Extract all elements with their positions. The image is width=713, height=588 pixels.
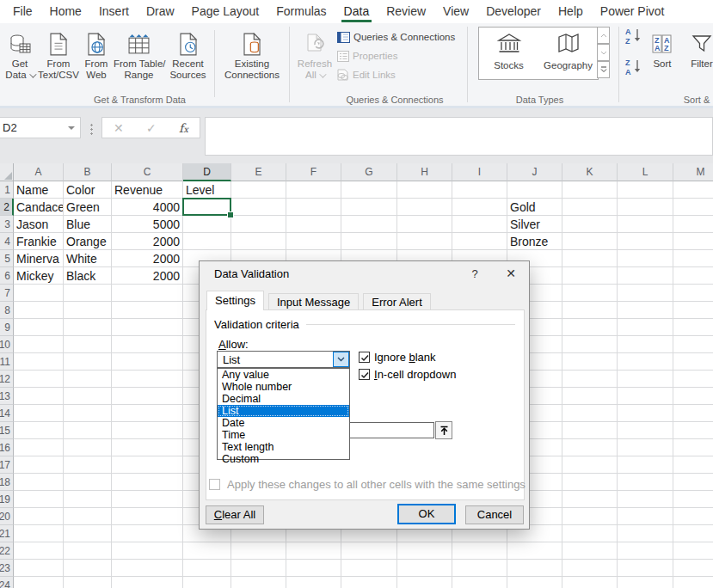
cell-M13[interactable]	[673, 388, 713, 405]
cell-M15[interactable]	[673, 422, 713, 439]
cell-C8[interactable]	[112, 302, 183, 319]
refresh-all-button[interactable]: Refresh All	[294, 26, 335, 91]
row-header-8[interactable]: 8	[0, 302, 14, 319]
row-header-21[interactable]: 21	[0, 525, 14, 542]
allow-combobox[interactable]: List	[217, 351, 350, 368]
cell-H2[interactable]	[397, 199, 452, 216]
cell-G23[interactable]	[341, 560, 397, 577]
cell-M18[interactable]	[673, 474, 713, 491]
cell-K24[interactable]	[562, 577, 618, 588]
dropdown-item-any-value[interactable]: Any value	[218, 369, 349, 381]
cell-L6[interactable]	[618, 267, 673, 285]
cell-K14[interactable]	[562, 405, 618, 422]
cell-D24[interactable]	[183, 577, 231, 588]
cell-B17[interactable]	[64, 456, 112, 474]
cell-K22[interactable]	[562, 542, 618, 560]
tab-home[interactable]: Home	[41, 0, 90, 23]
cell-I24[interactable]	[452, 577, 507, 588]
formula-input[interactable]	[205, 117, 713, 156]
select-all-button[interactable]	[0, 163, 14, 181]
cancel-entry-icon[interactable]: ✕	[114, 121, 124, 135]
cell-C3[interactable]: 5000	[112, 216, 183, 233]
cell-B11[interactable]	[64, 353, 112, 371]
row-header-18[interactable]: 18	[0, 474, 14, 491]
cell-L4[interactable]	[618, 233, 673, 250]
row-header-23[interactable]: 23	[0, 560, 14, 577]
cell-H22[interactable]	[397, 542, 452, 560]
cell-L21[interactable]	[618, 525, 673, 542]
cell-C18[interactable]	[112, 474, 183, 491]
cell-K4[interactable]	[562, 233, 618, 250]
cell-E24[interactable]	[231, 577, 286, 588]
cell-A4[interactable]: Frankie	[14, 233, 64, 250]
tab-review[interactable]: Review	[378, 0, 434, 23]
row-header-1[interactable]: 1	[0, 181, 14, 199]
cell-A19[interactable]	[14, 491, 64, 508]
gallery-down-button[interactable]	[597, 44, 610, 61]
cell-B14[interactable]	[64, 405, 112, 422]
cell-B15[interactable]	[64, 422, 112, 439]
cell-L13[interactable]	[618, 388, 673, 405]
cell-E3[interactable]	[231, 216, 286, 233]
cell-C1[interactable]: Revenue	[112, 181, 183, 199]
cell-K15[interactable]	[562, 422, 618, 439]
tab-developer[interactable]: Developer	[477, 0, 550, 23]
cell-C9[interactable]	[112, 319, 183, 336]
cell-L20[interactable]	[618, 508, 673, 525]
cell-E22[interactable]	[231, 542, 286, 560]
column-header-E[interactable]: E	[231, 163, 286, 181]
cell-M17[interactable]	[673, 456, 713, 474]
incell-dropdown-checkbox[interactable]	[359, 369, 370, 380]
cell-M1[interactable]	[673, 181, 713, 199]
cell-K19[interactable]	[562, 491, 618, 508]
cell-A11[interactable]	[14, 353, 64, 371]
cell-I2[interactable]	[452, 199, 507, 216]
row-header-6[interactable]: 6	[0, 267, 14, 285]
filter-button[interactable]: Filter	[681, 26, 713, 91]
cell-E1[interactable]	[231, 181, 286, 199]
cell-A17[interactable]	[14, 456, 64, 474]
from-table-range-button[interactable]: From Table/ Range	[114, 26, 164, 91]
cell-M5[interactable]	[673, 250, 713, 267]
column-header-K[interactable]: K	[562, 163, 618, 181]
cell-G3[interactable]	[341, 216, 397, 233]
cell-B8[interactable]	[64, 302, 112, 319]
cell-M4[interactable]	[673, 233, 713, 250]
cell-H24[interactable]	[397, 577, 452, 588]
dialog-tab-input-message[interactable]: Input Message	[268, 293, 359, 310]
cell-E4[interactable]	[231, 233, 286, 250]
sort-ascending-button[interactable]: AZ	[624, 28, 646, 44]
cell-D3[interactable]	[183, 216, 231, 233]
cell-A21[interactable]	[14, 525, 64, 542]
name-box[interactable]: D2	[0, 117, 81, 138]
cell-K1[interactable]	[562, 181, 618, 199]
tab-power-pivot[interactable]: Power Pivot	[592, 0, 673, 23]
cell-B20[interactable]	[64, 508, 112, 525]
cell-B21[interactable]	[64, 525, 112, 542]
cell-A3[interactable]: Jason	[14, 216, 64, 233]
row-header-24[interactable]: 24	[0, 577, 14, 588]
cell-A16[interactable]	[14, 439, 64, 456]
dialog-tab-settings[interactable]: Settings	[206, 291, 264, 310]
cell-L19[interactable]	[618, 491, 673, 508]
cell-A14[interactable]	[14, 405, 64, 422]
cell-A8[interactable]	[14, 302, 64, 319]
existing-connections-button[interactable]: Existing Connections	[218, 26, 286, 91]
cell-G1[interactable]	[341, 181, 397, 199]
insert-function-icon[interactable]: fx	[179, 121, 188, 135]
tab-file[interactable]: File	[4, 0, 41, 23]
cell-M2[interactable]	[673, 199, 713, 216]
cell-F1[interactable]	[286, 181, 341, 199]
dropdown-item-decimal[interactable]: Decimal	[218, 393, 349, 405]
row-header-2[interactable]: 2	[0, 199, 14, 216]
ok-button[interactable]: OK	[397, 504, 456, 524]
cell-A12[interactable]	[14, 371, 64, 388]
cell-B1[interactable]: Color	[64, 181, 112, 199]
cell-K7[interactable]	[562, 285, 618, 302]
cell-F3[interactable]	[286, 216, 341, 233]
cell-M11[interactable]	[673, 353, 713, 371]
cell-C11[interactable]	[112, 353, 183, 371]
cell-C14[interactable]	[112, 405, 183, 422]
cell-K3[interactable]	[562, 216, 618, 233]
row-header-17[interactable]: 17	[0, 456, 14, 474]
